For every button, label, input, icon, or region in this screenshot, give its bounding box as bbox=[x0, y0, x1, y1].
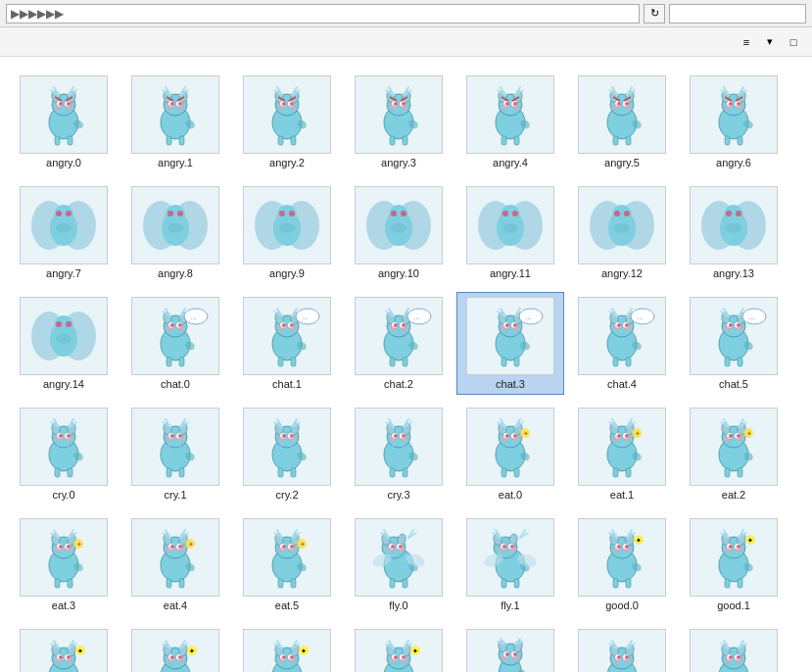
svg-text:✦: ✦ bbox=[523, 430, 529, 437]
file-item[interactable]: angry.13 bbox=[680, 181, 788, 284]
svg-rect-14 bbox=[55, 136, 60, 145]
svg-point-144 bbox=[167, 211, 173, 216]
file-name-label: angry.1 bbox=[158, 157, 193, 168]
file-item[interactable]: angry.11 bbox=[456, 181, 564, 284]
file-item[interactable]: ✦ eat.4 bbox=[121, 513, 229, 616]
svg-point-239 bbox=[389, 325, 397, 330]
svg-point-172 bbox=[614, 211, 620, 216]
file-item[interactable]: ✦ good.4 bbox=[233, 624, 341, 672]
file-item[interactable]: angry.3 bbox=[345, 71, 453, 173]
file-item[interactable]: angry.10 bbox=[345, 181, 453, 284]
file-item[interactable]: angry.6 bbox=[680, 71, 788, 173]
file-item[interactable]: angry.12 bbox=[568, 181, 676, 284]
svg-point-690 bbox=[724, 657, 732, 662]
file-item[interactable]: ✦ eat.3 bbox=[10, 513, 118, 616]
view-details-button[interactable]: □ bbox=[783, 32, 804, 52]
file-item[interactable]: ✦ good.0 bbox=[568, 513, 676, 616]
file-name-label: eat.0 bbox=[499, 489, 522, 501]
view-dropdown-button[interactable]: ▾ bbox=[759, 32, 781, 52]
file-item[interactable]: hungry.0 bbox=[568, 624, 676, 672]
file-item[interactable]: angry.5 bbox=[568, 71, 676, 173]
file-item[interactable]: ✦ eat.2 bbox=[680, 403, 788, 505]
svg-rect-91 bbox=[514, 136, 519, 145]
svg-rect-526 bbox=[502, 579, 506, 588]
file-item[interactable]: hang.0 bbox=[456, 624, 564, 672]
file-item[interactable]: fly.0 bbox=[345, 513, 453, 616]
refresh-button[interactable]: ↻ bbox=[644, 4, 665, 24]
svg-rect-356 bbox=[291, 468, 296, 477]
svg-point-487 bbox=[289, 547, 297, 552]
svg-text:✦: ✦ bbox=[635, 430, 641, 437]
svg-point-69 bbox=[389, 104, 397, 109]
path-box[interactable]: ▶ ▶ ▶ ▶ ▶ ▶ bbox=[6, 4, 640, 24]
svg-rect-52 bbox=[278, 136, 283, 145]
svg-text:✦: ✦ bbox=[300, 541, 306, 548]
file-item[interactable]: angry.14 bbox=[10, 292, 118, 395]
file-item[interactable]: ✦ eat.5 bbox=[233, 513, 341, 616]
file-thumbnail bbox=[20, 408, 108, 486]
file-item[interactable]: cry.3 bbox=[345, 403, 453, 505]
file-item[interactable]: cry.2 bbox=[233, 403, 341, 505]
svg-point-562 bbox=[724, 547, 732, 552]
file-item[interactable]: ... chat.1 bbox=[233, 292, 341, 395]
file-item[interactable]: hungry.1 bbox=[680, 624, 788, 672]
file-item[interactable]: angry.2 bbox=[233, 71, 341, 173]
file-item[interactable]: angry.4 bbox=[456, 71, 564, 173]
svg-text:...: ... bbox=[637, 312, 644, 321]
svg-point-525 bbox=[509, 547, 517, 552]
svg-point-353 bbox=[277, 436, 285, 441]
svg-point-153 bbox=[279, 223, 295, 233]
svg-point-278 bbox=[624, 325, 632, 330]
file-item[interactable]: ... chat.0 bbox=[121, 292, 229, 395]
file-thumbnail bbox=[690, 75, 778, 154]
file-thumbnail bbox=[20, 186, 108, 264]
svg-point-563 bbox=[736, 547, 743, 552]
file-item[interactable]: ... chat.3 bbox=[456, 292, 564, 395]
file-item[interactable]: angry.0 bbox=[10, 71, 118, 173]
svg-point-139 bbox=[56, 223, 72, 233]
svg-rect-280 bbox=[626, 358, 631, 366]
file-item[interactable]: ✦ good.5 bbox=[345, 624, 453, 672]
file-thumbnail bbox=[466, 186, 554, 264]
svg-point-543 bbox=[612, 547, 620, 552]
slideshow-button[interactable] bbox=[31, 40, 39, 44]
file-thumbnail: ✦ bbox=[243, 518, 331, 597]
svg-point-173 bbox=[624, 211, 630, 216]
file-item[interactable]: ... chat.2 bbox=[345, 292, 453, 395]
svg-rect-337 bbox=[179, 468, 184, 477]
file-item[interactable]: ... chat.4 bbox=[568, 292, 676, 395]
svg-rect-470 bbox=[179, 579, 184, 588]
svg-rect-318 bbox=[68, 468, 72, 477]
file-item[interactable]: angry.1 bbox=[121, 71, 229, 173]
svg-point-127 bbox=[736, 104, 743, 109]
search-box[interactable] bbox=[669, 4, 806, 24]
file-item[interactable]: angry.8 bbox=[121, 181, 229, 284]
svg-rect-394 bbox=[514, 468, 519, 477]
file-item[interactable]: angry.9 bbox=[233, 181, 341, 284]
file-name-label: cry.3 bbox=[387, 489, 409, 501]
svg-point-372 bbox=[389, 436, 397, 441]
file-item[interactable]: fly.1 bbox=[456, 513, 564, 616]
svg-rect-33 bbox=[167, 136, 171, 145]
svg-point-411 bbox=[624, 436, 632, 441]
svg-rect-489 bbox=[291, 579, 296, 588]
file-item[interactable]: cry.0 bbox=[10, 403, 118, 505]
file-item[interactable]: ✦ good.2 bbox=[10, 624, 118, 672]
new-folder-button[interactable] bbox=[55, 40, 63, 44]
svg-point-391 bbox=[501, 436, 508, 441]
file-item[interactable]: ✦ good.3 bbox=[121, 624, 229, 672]
file-item[interactable]: ✦ good.1 bbox=[680, 513, 788, 616]
svg-rect-241 bbox=[390, 358, 395, 366]
svg-point-620 bbox=[289, 657, 297, 662]
view-list-button[interactable]: ≡ bbox=[736, 32, 757, 52]
svg-rect-565 bbox=[738, 579, 742, 588]
file-name-label: angry.7 bbox=[46, 267, 81, 279]
file-item[interactable]: ✦ eat.0 bbox=[456, 403, 564, 505]
svg-point-188 bbox=[56, 334, 72, 344]
file-item[interactable]: ... chat.5 bbox=[680, 292, 788, 395]
file-item[interactable]: ✦ eat.1 bbox=[568, 403, 676, 505]
file-item[interactable]: cry.1 bbox=[121, 403, 229, 505]
share-button[interactable] bbox=[8, 40, 16, 44]
file-name-label: cry.0 bbox=[52, 489, 74, 501]
file-item[interactable]: angry.7 bbox=[10, 181, 118, 284]
